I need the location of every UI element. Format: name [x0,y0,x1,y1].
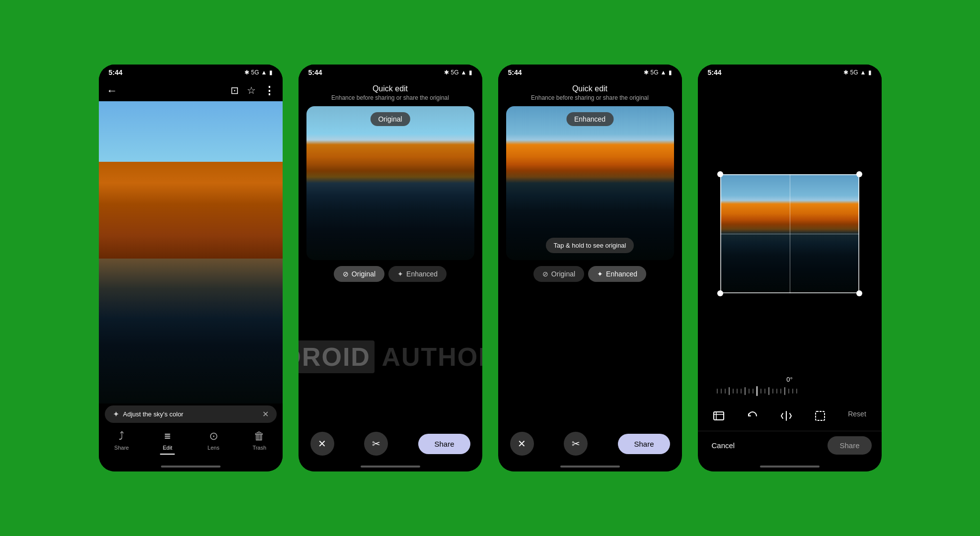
wifi-icon-4: ▲ [860,69,866,76]
wifi-icon-2: ▲ [461,69,467,76]
crop-corner-br[interactable] [856,290,862,296]
signal-5g-3: 5G [651,69,659,76]
reset-button[interactable]: Reset [843,405,871,427]
tick [764,389,765,394]
tick [733,389,734,394]
home-bar-2 [361,466,420,468]
tick [760,389,761,394]
close-action-btn[interactable]: ✕ [310,432,334,456]
share-action-btn[interactable]: Share [418,434,470,454]
status-time-3: 5:44 [508,68,522,76]
status-time-1: 5:44 [109,68,123,76]
close-action-btn-3[interactable]: ✕ [510,432,534,456]
watermark-android: ANDROID [299,340,375,373]
rotation-bar: 0° [698,372,882,401]
trees-layer [99,162,283,268]
close-action-icon: ✕ [318,438,326,450]
crop-container [698,95,882,372]
tick [717,389,718,394]
original-toggle-btn[interactable]: ⊘ Original [334,266,384,282]
more-button[interactable]: ⋮ [264,84,275,97]
crop-corner-tl[interactable] [717,171,723,177]
home-indicator-2 [299,462,482,471]
photo-card-2: Original [306,106,474,260]
nav-share[interactable]: ⤴ Share [107,430,137,455]
signal-5g-4: 5G [850,69,858,76]
enhanced-badge: Enhanced [566,112,613,126]
crop-action-icon-3: ✂ [572,438,580,450]
edit-icon: ≡ [164,430,171,443]
bluetooth-icon-3: ✱ [644,69,649,76]
rotate-tool[interactable] [742,405,763,427]
home-indicator-1 [99,462,283,471]
screen1-toolbar: ← ⊡ ☆ ⋮ [99,80,283,101]
status-bar-2: 5:44 ✱ 5G ▲ ▮ [299,65,482,80]
battery-icon-2: ▮ [469,69,472,76]
back-button[interactable]: ← [107,84,118,97]
nav-lens[interactable]: ⊙ Lens [199,430,228,455]
quick-edit-sub-3: Enhance before sharing or share the orig… [506,94,674,101]
home-indicator-4 [698,462,882,471]
screen1: 5:44 ✱ 5G ▲ ▮ ← ⊡ ☆ ⋮ [99,65,283,471]
crop-image-wrapper[interactable] [720,174,859,293]
tick [737,389,738,394]
rotation-degree: 0° [786,376,792,383]
enhanced-toggle-btn-3[interactable]: ✦ Enhanced [588,266,646,282]
share-icon: ⤴ [119,430,124,443]
crop-line-v [790,174,790,293]
watermark-area-2: ANDROID AUTHORITY [299,288,482,426]
share-button-disabled[interactable]: Share [828,436,871,455]
cast-button[interactable]: ⊡ [230,84,239,97]
aspect-ratio-tool[interactable] [708,405,730,427]
screens-container: 5:44 ✱ 5G ▲ ▮ ← ⊡ ☆ ⋮ [0,0,980,536]
svg-rect-1 [816,411,825,420]
autumn-scene [99,101,283,403]
active-indicator [160,454,175,455]
share-disabled-label: Share [839,441,859,450]
status-bar-1: 5:44 ✱ 5G ▲ ▮ [99,65,283,80]
tick [796,389,797,394]
flip-tool[interactable] [775,405,797,427]
toggle-buttons-2: ⊘ Original ✦ Enhanced [299,266,482,282]
home-indicator-3 [498,462,682,471]
quick-edit-sub-2: Enhance before sharing or share the orig… [306,94,474,101]
tap-hold-tooltip: Tap & hold to see original [546,238,634,253]
crop-corner-tr[interactable] [856,171,862,177]
favorite-button[interactable]: ☆ [247,84,256,97]
enhanced-toggle-label: Enhanced [406,270,438,278]
share-action-btn-3[interactable]: Share [618,434,670,454]
enhanced-toggle-btn[interactable]: ✦ Enhanced [388,266,447,282]
tick [776,389,777,394]
tick [741,389,742,394]
suggest-close-button[interactable]: ✕ [262,409,269,419]
status-icons-3: ✱ 5G ▲ ▮ [644,69,672,76]
quick-edit-header-3: Quick edit Enhance before sharing or sha… [498,80,682,106]
signal-5g-2: 5G [451,69,459,76]
nav-trash[interactable]: 🗑 Trash [244,430,274,455]
wifi-icon: ▲ [261,69,267,76]
crop-action-btn[interactable]: ✂ [364,432,388,456]
tick [749,389,750,394]
status-time-2: 5:44 [308,68,322,76]
suggestion-bar: ✦ Adjust the sky's color ✕ [105,405,277,423]
cancel-button[interactable]: Cancel [708,437,739,454]
signal-5g: 5G [251,69,259,76]
rotation-ticks[interactable] [715,385,864,397]
crop-action-icon: ✂ [372,438,380,450]
tick [725,389,726,394]
action-bar-2: ✕ ✂ Share [299,426,482,462]
nav-edit[interactable]: ≡ Edit [152,430,182,455]
crop-corner-bl[interactable] [717,290,723,296]
status-icons-1: ✱ 5G ▲ ▮ [244,69,273,76]
home-bar-3 [560,466,620,468]
lens-icon: ⊙ [209,430,218,443]
photo-image-3 [506,106,674,260]
status-icons-2: ✱ 5G ▲ ▮ [444,69,472,76]
original-toggle-btn-3[interactable]: ⊘ Original [533,266,584,282]
status-icons-4: ✱ 5G ▲ ▮ [843,69,872,76]
freeform-tool[interactable] [809,405,831,427]
nav-lens-label: Lens [208,445,220,451]
close-action-icon-3: ✕ [518,438,526,450]
crop-action-btn-3[interactable]: ✂ [564,432,588,456]
watermark-2: ANDROID AUTHORITY [299,342,482,372]
